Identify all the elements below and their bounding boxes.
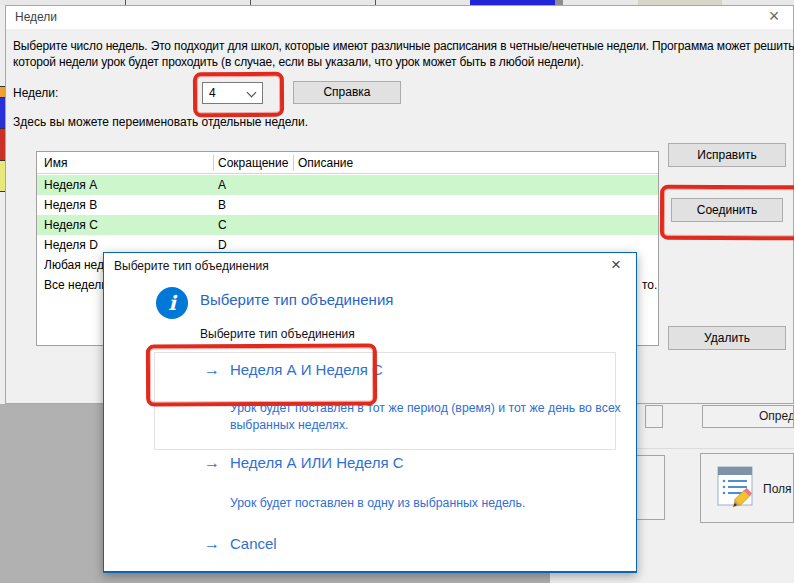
intro-text-line2: которой недели урок будет проходить (в с… bbox=[13, 55, 584, 69]
panel-divider bbox=[637, 448, 794, 449]
row-name: Неделя B bbox=[44, 198, 97, 212]
cancel-label: Cancel bbox=[230, 535, 277, 552]
option-and-description: Урок будет поставлен в тот же период (вр… bbox=[230, 400, 622, 434]
partial-button[interactable] bbox=[637, 455, 665, 520]
weeks-count-label: Недели: bbox=[13, 86, 58, 100]
cancel-link[interactable]: →Cancel bbox=[204, 535, 277, 553]
help-button[interactable]: Справка bbox=[293, 81, 401, 104]
define-button[interactable]: Опреде bbox=[702, 405, 794, 428]
close-icon[interactable]: × bbox=[606, 255, 626, 275]
weeks-count-value: 4 bbox=[209, 86, 216, 100]
join-button[interactable]: Соединить bbox=[671, 198, 783, 222]
table-header: Имя Сокращение Описание bbox=[37, 152, 658, 174]
row-name: Неделя A bbox=[44, 178, 97, 192]
row-name: Неделя C bbox=[44, 218, 98, 232]
info-icon: i bbox=[156, 287, 188, 319]
fields-button-label: Поля bbox=[763, 482, 792, 496]
option-or-description: Урок будет поставлен в одну из выбранных… bbox=[230, 496, 630, 510]
weeks-dialog-titlebar: Недели × bbox=[6, 6, 793, 29]
intro-text-line1: Выберите число недель. Это подходит для … bbox=[13, 39, 794, 53]
column-header-name[interactable]: Имя bbox=[44, 156, 67, 170]
join-type-dialog: Выберите тип объединения × i Выберите ти… bbox=[103, 252, 637, 573]
option-or-link[interactable]: →Неделя А ИЛИ Неделя С bbox=[204, 454, 404, 472]
chevron-down-icon bbox=[247, 88, 257, 98]
table-row[interactable]: Неделя C C bbox=[37, 215, 658, 235]
row-abbr: C bbox=[218, 218, 227, 232]
fields-button[interactable]: Поля bbox=[700, 453, 794, 523]
arrow-icon: → bbox=[204, 361, 220, 378]
delete-button[interactable]: Удалить bbox=[668, 326, 786, 350]
partial-button[interactable] bbox=[645, 405, 663, 428]
column-header-abbr[interactable]: Сокращение bbox=[218, 156, 288, 170]
column-divider bbox=[293, 155, 294, 171]
table-row[interactable]: Неделя B B bbox=[37, 195, 658, 215]
row-abbr: A bbox=[218, 178, 226, 192]
close-icon[interactable]: × bbox=[763, 6, 785, 27]
join-dialog-subheading: Выберите тип объединения bbox=[200, 327, 355, 341]
arrow-icon: → bbox=[204, 454, 220, 471]
row-abbr: D bbox=[218, 238, 227, 252]
join-dialog-heading: Выберите тип объединения bbox=[200, 291, 393, 308]
option-and-link[interactable]: →Неделя А И Неделя С bbox=[204, 361, 383, 379]
arrow-icon: → bbox=[204, 535, 220, 552]
dialog-title: Недели bbox=[15, 10, 57, 24]
table-row[interactable]: Неделя A A bbox=[37, 175, 658, 195]
background-options-window: Опреде Поля bbox=[637, 404, 794, 583]
column-header-desc[interactable]: Описание bbox=[298, 156, 353, 170]
row-name: Неделя D bbox=[44, 238, 98, 252]
dialog-title: Выберите тип объединения bbox=[114, 259, 269, 273]
row-desc: то... bbox=[642, 278, 658, 292]
edit-button[interactable]: Исправить bbox=[668, 143, 786, 167]
row-abbr: B bbox=[218, 198, 226, 212]
option-and-label: Неделя А И Неделя С bbox=[230, 361, 383, 378]
weeks-count-dropdown[interactable]: 4 bbox=[202, 82, 263, 104]
rename-hint-text: Здесь вы можете переименовать отдельные … bbox=[13, 115, 308, 129]
fields-icon bbox=[713, 465, 757, 509]
option-or-label: Неделя А ИЛИ Неделя С bbox=[230, 454, 404, 471]
row-name: Все недели bbox=[44, 278, 108, 292]
column-divider bbox=[213, 155, 214, 171]
